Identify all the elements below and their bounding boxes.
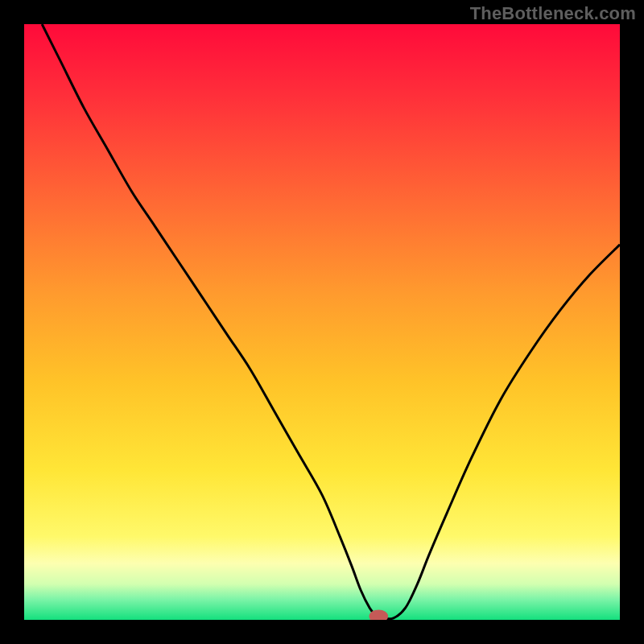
watermark-text: TheBottleneck.com xyxy=(470,3,636,24)
plot-background xyxy=(24,24,620,620)
plot-svg xyxy=(24,24,620,620)
chart-container: TheBottleneck.com xyxy=(0,0,644,644)
plot-area xyxy=(24,24,620,620)
